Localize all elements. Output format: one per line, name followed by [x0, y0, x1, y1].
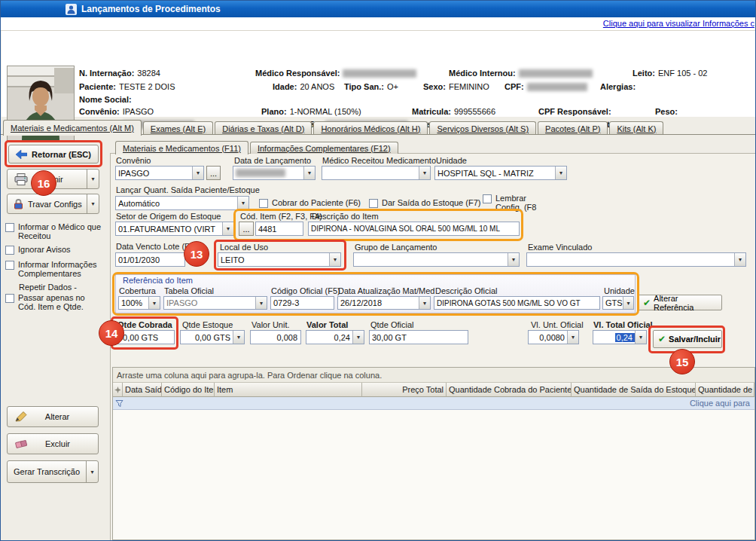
form-data-lancamento-combo[interactable] [233, 166, 316, 180]
n-internacao-label: N. Internação: [79, 69, 134, 78]
ref-cobertura-combo[interactable]: 100% [118, 296, 160, 310]
leito-value: ENF 105 - 02 [658, 69, 707, 78]
dropdown-arrow-icon[interactable] [567, 331, 578, 344]
form-medico-receitou-combo[interactable] [322, 166, 431, 180]
form-local-uso-label: Local de Uso [220, 243, 268, 252]
ref-codigo-input[interactable]: 0729-3 [270, 296, 334, 310]
ref-descricao-input[interactable]: DIPIRONA GOTAS 500 MG/ML SO VO GT [434, 296, 600, 310]
vl-unt-oficial-combo[interactable]: 0,0080 [528, 330, 579, 344]
dropdown-arrow-icon[interactable] [192, 167, 203, 179]
tab-informacoes-f12[interactable]: Informações Complementares (F12) [250, 142, 398, 154]
alterar-button[interactable]: Alterar [7, 406, 99, 427]
gerar-transcricao-button[interactable]: Gerar Transcrição [7, 460, 99, 483]
col-qtde-saida-estoque[interactable]: Quantidade de Saída do Estoque [572, 383, 696, 397]
tab-exames[interactable]: Exames (Alt E) [143, 121, 213, 135]
tab-pacotes[interactable]: Pacotes (Alt P) [538, 121, 608, 135]
col-preco-total[interactable]: Preço Total [362, 383, 447, 397]
chk-cobrar-paciente-box[interactable] [259, 199, 268, 208]
form-data-lancamento-label: Data de Lançamento [234, 156, 311, 165]
imprimir-dropdown-arrow[interactable] [87, 170, 99, 188]
tab-materiais-f11[interactable]: Materiais e Medicamentos (F11) [115, 141, 248, 154]
salvar-incluir-button[interactable]: Salvar/Incluir [653, 330, 722, 348]
repetir-dados-label: Repetir Dados - [19, 283, 77, 292]
chk-informar-medico[interactable]: Informar o Médico que Receitou [5, 222, 105, 240]
dropdown-arrow-icon[interactable] [148, 297, 160, 309]
retornar-button[interactable]: Retornar (ESC) [8, 145, 99, 164]
dropdown-arrow-icon[interactable] [329, 253, 340, 266]
tab-materiais-medicamentos[interactable]: Materiais e Medicamentos (Alt M) [3, 120, 142, 136]
dropdown-arrow-icon[interactable] [352, 331, 364, 344]
chk-lembrar-config[interactable]: Lembrar Config. (F8 [483, 194, 547, 212]
form-grupo-combo[interactable] [353, 252, 520, 267]
dropdown-arrow-icon[interactable] [222, 222, 233, 235]
dropdown-arrow-icon[interactable] [255, 297, 267, 309]
dropdown-arrow-icon[interactable] [555, 167, 566, 179]
tab-honorarios-medicos[interactable]: Honorários Médicos (Alt H) [313, 121, 428, 135]
chk-informar-info-box[interactable] [5, 261, 14, 270]
travar-configs-dropdown-arrow[interactable] [87, 194, 99, 213]
grid-filter-hint[interactable]: Clique aqui para [690, 399, 750, 408]
form-descricao-item-input[interactable]: DIPIRONA - NOVALGINA SOL ORAL 500 MG/ML … [308, 222, 520, 236]
field-nome-social: Nome Social: [79, 95, 132, 104]
dropdown-arrow-icon[interactable] [508, 253, 519, 266]
dropdown-arrow-icon[interactable] [233, 331, 244, 344]
form-exame-combo[interactable] [526, 252, 746, 267]
filter-funnel-icon[interactable] [115, 399, 123, 408]
chk-cobrar-paciente[interactable]: Cobrar do Paciente (F6) [259, 198, 361, 208]
excluir-button[interactable]: Excluir [7, 433, 99, 454]
dropdown-arrow-icon[interactable] [419, 167, 430, 179]
tab-kits[interactable]: Kits (Alt K) [609, 121, 663, 135]
form-cod-item-input[interactable]: 4481 [255, 222, 303, 236]
chk-ignorar-avisos-label: Ignorar Avisos [18, 245, 71, 254]
tab-servicos-diversos[interactable]: Serviços Diversos (Alt S) [429, 121, 536, 135]
ref-data-combo[interactable]: 26/12/2018 [337, 296, 431, 310]
col-qtde-sa-clipped[interactable]: Quantidade de Sa [696, 383, 754, 397]
chk-passar-apenas-box[interactable] [5, 294, 14, 303]
form-data-vencto-input[interactable]: 01/01/2030 [115, 252, 185, 267]
dropdown-arrow-icon[interactable] [623, 297, 634, 309]
gerar-transcricao-dropdown-arrow[interactable] [86, 461, 98, 482]
pencil-icon [15, 411, 27, 422]
valor-total-combo[interactable]: 0,24 [306, 330, 364, 344]
dropdown-arrow-icon[interactable] [635, 331, 646, 344]
chk-passar-apenas[interactable]: Passar apenas no Cód. Item e Qtde. [5, 293, 103, 311]
chk-informar-info[interactable]: Informar Informações Complementares [5, 260, 105, 278]
travar-configs-button[interactable]: Travar Configs [7, 194, 99, 214]
alterar-referencia-button[interactable]: Alterar Referência [638, 295, 722, 310]
visualizar-informacoes-link[interactable]: Clique aqui para visualizar Informações … [603, 19, 754, 28]
form-local-uso-combo[interactable]: LEITO [218, 252, 341, 267]
form-lancar-quant-combo[interactable]: Automático [115, 196, 249, 210]
ref-tabela-combo[interactable]: IPASGO [163, 296, 267, 310]
ref-unidade-combo[interactable]: GTS [602, 296, 634, 310]
cpf-responsavel-label: CPF Responsável: [538, 107, 611, 116]
form-convenio-combo[interactable]: IPASGO [115, 166, 204, 180]
qtde-oficial-input[interactable]: 30,00 GT [369, 330, 468, 344]
dropdown-arrow-icon[interactable] [303, 167, 315, 179]
col-data-saida[interactable]: Data Saída [123, 383, 162, 397]
form-cod-item-browse-button[interactable]: ... [239, 222, 254, 236]
chk-informar-medico-box[interactable] [5, 223, 14, 232]
chk-dar-saida-box[interactable] [369, 199, 378, 208]
field-paciente: Paciente: TESTE 2 DOIS [79, 82, 175, 91]
form-convenio-browse-button[interactable]: ... [206, 166, 221, 180]
grid-filter-row[interactable]: Clique aqui para [113, 397, 754, 410]
vl-total-oficial-combo[interactable]: 0,24 [593, 330, 647, 344]
chk-dar-saida[interactable]: Dar Saída do Estoque (F7) [369, 198, 480, 208]
chk-lembrar-config-box[interactable] [483, 194, 492, 203]
valor-unit-input[interactable]: 0,008 [250, 330, 301, 344]
chk-ignorar-avisos-box[interactable] [5, 246, 14, 255]
col-codigo-item[interactable]: Código do Item [162, 383, 215, 397]
col-qtde-cobrada-paciente[interactable]: Quantidade Cobrada do Paciente [447, 383, 572, 397]
field-idade: Idade: 20 ANOS [273, 82, 334, 91]
form-setor-combo[interactable]: 01.FATURAMENTO (VIRT [115, 222, 234, 236]
tab-diarias-taxas[interactable]: Diárias e Taxas (Alt D) [215, 121, 312, 135]
dropdown-arrow-icon[interactable] [237, 197, 248, 209]
chk-ignorar-avisos[interactable]: Ignorar Avisos [5, 245, 105, 255]
col-item[interactable]: Item [215, 383, 362, 397]
vl-total-oficial-label: Vl. Total Oficial [593, 320, 653, 329]
form-unidade-combo[interactable]: HOSPITAL SQL - MATRIZ [434, 166, 567, 180]
dropdown-arrow-icon[interactable] [419, 297, 430, 309]
form-convenio-label: Convênio [116, 156, 151, 165]
dropdown-arrow-icon[interactable] [734, 253, 745, 266]
qtde-estoque-combo[interactable]: 0,00 GTS [180, 330, 245, 344]
